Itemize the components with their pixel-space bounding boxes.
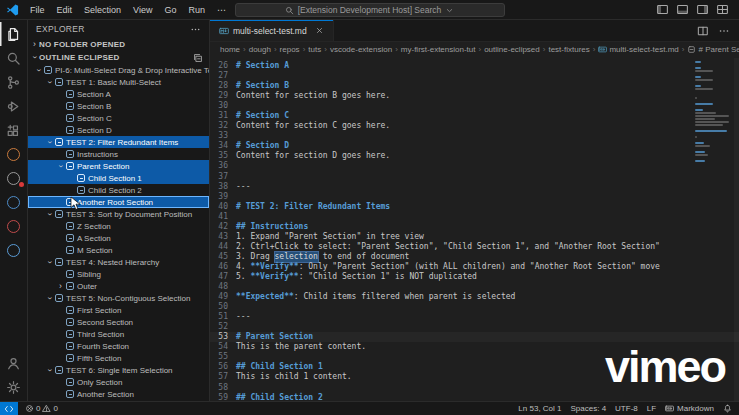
tree-item-child-section-2[interactable]: Child Section 2 (28, 184, 209, 196)
tree-item-section-c[interactable]: Section C (28, 112, 209, 124)
collapse-all-icon[interactable] (193, 53, 203, 63)
tree-item-second-section[interactable]: Second Section (28, 316, 209, 328)
breadcrumb-item-9[interactable]: # Parent Section (687, 45, 739, 54)
code-line-27[interactable]: 27 (210, 71, 739, 81)
code-line-43[interactable]: 431. Expand "Parent Section" in tree vie… (210, 232, 739, 242)
more-actions-icon[interactable] (718, 25, 730, 37)
code-line-35[interactable]: 35Content for section D goes here. (210, 151, 739, 161)
editor-scrollbar[interactable] (734, 58, 739, 401)
code-line-52[interactable]: 52 (210, 322, 739, 332)
tree-item-a-section[interactable]: A Section (28, 232, 209, 244)
remote-indicator[interactable] (0, 402, 18, 415)
code-line-48[interactable]: 48 (210, 282, 739, 292)
tree-item-fourth-section[interactable]: Fourth Section (28, 340, 209, 352)
code-line-47[interactable]: 475. **Verify**: "Child Section 1" is NO… (210, 272, 739, 282)
status-indentation[interactable]: Spaces: 4 (571, 404, 607, 413)
tree-item-child-section-1[interactable]: Child Section 1 (28, 172, 209, 184)
close-icon[interactable] (315, 26, 324, 35)
breadcrumb-item-2[interactable]: repos (280, 45, 300, 54)
tree-item-third-section[interactable]: Third Section (28, 328, 209, 340)
activity-explorer[interactable] (0, 22, 28, 46)
menu-selection[interactable]: Selection (78, 3, 127, 17)
status-language-mode[interactable]: Markdown (665, 404, 714, 413)
toggle-secondary-sidebar-icon[interactable] (696, 3, 709, 16)
breadcrumb-item-4[interactable]: vscode-extension (330, 45, 392, 54)
breadcrumb-item-1[interactable]: dough (249, 45, 271, 54)
activity-accounts[interactable] (0, 351, 28, 375)
activity-manage[interactable] (0, 375, 28, 399)
code-line-40[interactable]: 40# TEST 2: Filter Redundant Items (210, 202, 739, 212)
code-line-44[interactable]: 442. Ctrl+Click to select: "Parent Secti… (210, 242, 739, 252)
tree-item-section-b[interactable]: Section B (28, 100, 209, 112)
code-line-46[interactable]: 464. **Verify**: Only "Parent Section" (… (210, 262, 739, 272)
code-line-31[interactable]: 31# Section C (210, 111, 739, 121)
status-encoding[interactable]: UTF-8 (615, 404, 638, 413)
tree-item-test-4-nested-hierarchy[interactable]: ›TEST 4: Nested Hierarchy (28, 256, 209, 268)
status-notifications[interactable] (723, 404, 732, 413)
tree-item-test-6-single-item-selection[interactable]: ›TEST 6: Single Item Selection (28, 364, 209, 376)
toggle-primary-sidebar-icon[interactable] (656, 3, 669, 16)
code-line-28[interactable]: 28# Section B (210, 81, 739, 91)
menu-view[interactable]: View (127, 3, 158, 17)
tree-item-sibling[interactable]: Sibling (28, 268, 209, 280)
tree-item-outer[interactable]: ›Outer (28, 280, 209, 292)
menu--[interactable]: ⋯ (211, 3, 232, 17)
split-editor-icon[interactable] (697, 25, 709, 37)
activity-extension-slot-1[interactable] (0, 142, 28, 166)
menu-run[interactable]: Run (182, 3, 211, 17)
breadcrumb-item-6[interactable]: outline-eclipsed (484, 45, 540, 54)
code-line-59[interactable]: 59## Child Section 2 (210, 393, 739, 401)
menu-file[interactable]: File (24, 3, 51, 17)
code-line-45[interactable]: 453. Drag selection to end of document (210, 252, 739, 262)
code-line-33[interactable]: 33 (210, 131, 739, 141)
code-line-26[interactable]: 26# Section A (210, 61, 739, 71)
activity-run-and-debug[interactable] (0, 94, 28, 118)
minimap[interactable] (695, 61, 731, 163)
code-line-50[interactable]: 50 (210, 302, 739, 312)
activity-search[interactable] (0, 46, 28, 70)
activity-extensions[interactable] (0, 118, 28, 142)
tree-item-test-5-non-contiguous-selection[interactable]: ›TEST 5: Non-Contiguous Selection (28, 292, 209, 304)
tree-item-m-section[interactable]: M Section (28, 244, 209, 256)
tree-item-another-section[interactable]: Another Section (28, 388, 209, 400)
code-line-32[interactable]: 32Content for section C goes here. (210, 121, 739, 131)
chevron-down-icon[interactable] (445, 6, 454, 15)
tree-item-test-2-filter-redundant-items[interactable]: ›TEST 2: Filter Redundant Items (28, 136, 209, 148)
breadcrumb-item-0[interactable]: home (220, 45, 240, 54)
tree-item-parent-section[interactable]: ›Parent Section (28, 160, 209, 172)
breadcrumb-item-5[interactable]: my-first-extension-tut (401, 45, 476, 54)
tab-multi-select-test[interactable]: multi-select-test.md (210, 20, 334, 41)
activity-source-control[interactable] (0, 70, 28, 94)
tree-item-first-section[interactable]: First Section (28, 304, 209, 316)
code-line-38[interactable]: 38--- (210, 182, 739, 192)
customize-layout-icon[interactable] (716, 3, 729, 16)
code-line-39[interactable]: 39 (210, 192, 739, 202)
tree-item-instructions[interactable]: Instructions (28, 148, 209, 160)
tree-item-pi-6-multi-select-drag-drop-interactive-test[interactable]: ›PI-6: Multi-Select Drag & Drop Interact… (28, 64, 209, 76)
activity-extension-slot-5[interactable] (0, 238, 28, 262)
menu-go[interactable]: Go (158, 3, 182, 17)
tree-item-z-section[interactable]: Z Section (28, 220, 209, 232)
breadcrumb-item-8[interactable]: multi-select-test.md (598, 45, 678, 54)
code-line-30[interactable]: 30 (210, 101, 739, 111)
code-line-34[interactable]: 34# Section D (210, 141, 739, 151)
activity-extension-slot-3[interactable] (0, 190, 28, 214)
code-line-42[interactable]: 42## Instructions (210, 222, 739, 232)
activity-extension-slot-2[interactable] (0, 166, 28, 190)
menu-edit[interactable]: Edit (51, 3, 79, 17)
command-center-search[interactable]: [Extension Development Host] Search (235, 3, 505, 17)
tree-item-only-section[interactable]: Only Section (28, 376, 209, 388)
toggle-panel-icon[interactable] (676, 3, 689, 16)
code-line-37[interactable]: 37 (210, 172, 739, 182)
tree-item-another-root-section[interactable]: Another Root Section (28, 196, 209, 208)
more-actions-icon[interactable] (190, 24, 201, 35)
section-header-outline-eclipsed[interactable]: ›OUTLINE ECLIPSED (28, 51, 209, 64)
status-cursor-position[interactable]: Ln 53, Col 1 (518, 404, 561, 413)
tree-item-test-3-sort-by-document-position[interactable]: ›TEST 3: Sort by Document Position (28, 208, 209, 220)
tree-item-section-a[interactable]: Section A (28, 88, 209, 100)
section-header-no-folder-opened[interactable]: ›NO FOLDER OPENED (28, 38, 209, 51)
code-line-36[interactable]: 36 (210, 161, 739, 171)
status-eol[interactable]: LF (647, 404, 656, 413)
activity-extension-slot-4[interactable] (0, 214, 28, 238)
breadcrumb-item-3[interactable]: tuts (308, 45, 321, 54)
